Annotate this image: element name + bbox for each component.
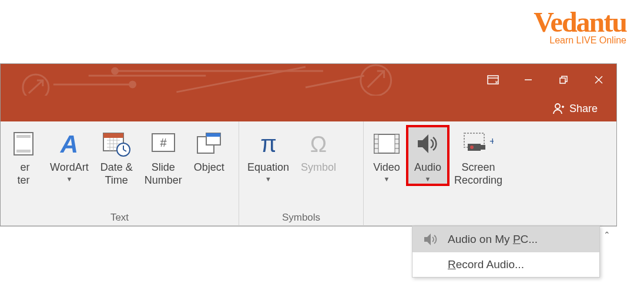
- svg-rect-23: [103, 133, 123, 138]
- svg-rect-37: [206, 133, 220, 137]
- menu-record-audio[interactable]: Record Audio...: [412, 252, 599, 277]
- restore-button[interactable]: [546, 64, 581, 96]
- screen-recording-button[interactable]: + ScreenRecording: [448, 126, 508, 189]
- slide-number-button[interactable]: # SlideNumber: [139, 126, 188, 189]
- window-controls: [475, 64, 616, 96]
- chevron-down-icon: ▼: [425, 175, 431, 182]
- svg-point-51: [470, 146, 474, 149]
- svg-point-0: [23, 75, 49, 96]
- titlebar: [1, 64, 616, 96]
- svg-line-8: [306, 76, 364, 87]
- svg-point-4: [112, 68, 118, 74]
- speaker-icon: [423, 232, 438, 246]
- screen-recording-icon: +: [463, 128, 494, 159]
- svg-rect-19: [16, 135, 31, 138]
- share-bar: Share: [1, 96, 616, 121]
- wordart-icon: A: [56, 128, 83, 159]
- collapse-ribbon-button[interactable]: ⌃: [603, 230, 611, 239]
- date-time-icon: [102, 128, 130, 159]
- video-icon: [373, 128, 400, 159]
- svg-rect-52: [481, 145, 485, 150]
- close-button[interactable]: [581, 64, 616, 96]
- group-text-label: Text: [1, 209, 239, 226]
- svg-text:A: A: [60, 130, 78, 157]
- svg-point-15: [555, 104, 560, 109]
- menu-item-label: Audio on My PC...: [448, 233, 538, 246]
- symbol-icon: Ω: [306, 128, 331, 159]
- logo-brand: Vedantu: [534, 6, 626, 38]
- svg-text:Ω: Ω: [310, 132, 327, 157]
- minimize-button[interactable]: [511, 64, 546, 96]
- svg-point-2: [130, 82, 136, 87]
- group-symbols-label: Symbols: [239, 209, 363, 226]
- share-button[interactable]: Share: [546, 99, 605, 119]
- ribbon-display-options-button[interactable]: [475, 64, 511, 96]
- svg-rect-12: [560, 78, 565, 83]
- svg-rect-20: [16, 150, 31, 153]
- object-button[interactable]: Object: [188, 126, 230, 177]
- date-time-button[interactable]: Date &Time: [95, 126, 139, 189]
- powerpoint-window: Share erter A WordArt ▼: [0, 63, 617, 226]
- object-icon: [196, 128, 223, 159]
- header-footer-icon: [12, 128, 35, 159]
- chevron-down-icon: ▼: [384, 175, 390, 182]
- header-footer-button[interactable]: erter: [3, 126, 44, 189]
- symbol-button[interactable]: Ω Symbol: [295, 126, 342, 177]
- menu-item-label: Record Audio...: [448, 258, 524, 271]
- svg-text:+: +: [489, 136, 494, 147]
- share-person-icon: [553, 103, 565, 114]
- equation-button[interactable]: π Equation ▼: [242, 126, 295, 185]
- ribbon: erter A WordArt ▼ Date &Time: [1, 121, 616, 226]
- chevron-down-icon: ▼: [66, 175, 72, 182]
- menu-audio-on-my-pc[interactable]: Audio on My PC...: [412, 226, 599, 252]
- equation-icon: π: [256, 128, 281, 159]
- chevron-down-icon: ▼: [265, 175, 271, 182]
- vedantu-logo: Vedantu Learn LIVE Online: [534, 6, 626, 46]
- audio-icon: [414, 128, 441, 159]
- group-symbols: π Equation ▼ Ω Symbol Symbols: [239, 121, 364, 226]
- slide-number-icon: #: [150, 128, 176, 159]
- svg-text:#: #: [160, 136, 167, 149]
- group-media: Video ▼ Audio ▼ + ScreenRecording: [364, 121, 616, 226]
- svg-text:π: π: [260, 131, 277, 157]
- audio-button[interactable]: Audio ▼: [407, 126, 448, 185]
- group-text: erter A WordArt ▼ Date &Time: [1, 121, 239, 226]
- audio-dropdown-menu: Audio on My PC... Record Audio...: [412, 226, 600, 278]
- video-button[interactable]: Video ▼: [366, 126, 407, 185]
- wordart-button[interactable]: A WordArt ▼: [44, 126, 95, 185]
- share-label: Share: [569, 103, 598, 115]
- svg-rect-50: [468, 144, 481, 151]
